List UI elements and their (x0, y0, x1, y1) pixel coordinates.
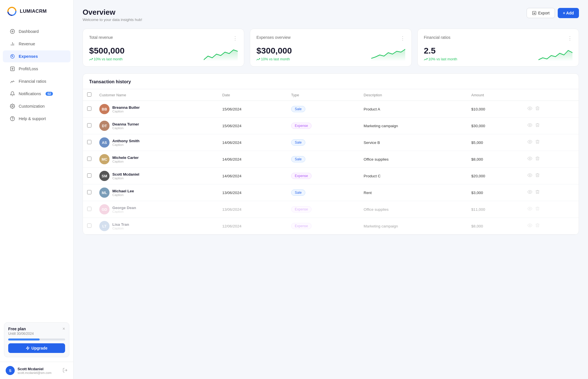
customer-caption: Caption (112, 193, 134, 197)
delete-button[interactable] (535, 139, 540, 146)
view-button[interactable] (527, 173, 532, 179)
sidebar-item-notifications[interactable]: Notifications 02 (3, 88, 70, 100)
customer-caption: Caption (112, 210, 136, 213)
logout-button[interactable] (63, 368, 68, 374)
customization-label: Customization (19, 104, 45, 108)
row-checkbox[interactable] (87, 157, 91, 161)
customer-name: Scott Mcdaniel (112, 172, 139, 176)
row-checkbox[interactable] (87, 107, 91, 111)
row-checkbox[interactable] (87, 190, 91, 194)
free-plan-progress-bar-fill (8, 338, 40, 340)
customer-caption: Caption (112, 110, 140, 113)
sidebar-item-help-support[interactable]: Help & support (3, 113, 70, 125)
avatar: AS (99, 137, 110, 148)
svg-point-7 (12, 56, 12, 56)
delete-button[interactable] (535, 190, 540, 196)
customization-icon (10, 103, 15, 109)
table-row: AS Anthony Smith Caption 14/06/2024 Sale… (83, 134, 579, 151)
view-button[interactable] (527, 190, 532, 196)
row-date: 14/06/2024 (218, 134, 287, 151)
view-button[interactable] (527, 139, 532, 146)
sidebar-item-customization[interactable]: Customization (3, 100, 70, 112)
delete-button[interactable] (535, 123, 540, 129)
free-plan-progress-bar-bg (8, 338, 65, 340)
sidebar-item-dashboard[interactable]: Dashboard (3, 25, 70, 37)
customer-name: Breanna Butler (112, 105, 140, 110)
customer-cell: ML Michael Lee Caption (99, 188, 214, 198)
delete-button[interactable] (535, 156, 540, 162)
help-support-label: Help & support (19, 116, 46, 121)
avatar: BB (99, 104, 110, 114)
col-customer-name: Customer Name (95, 89, 218, 101)
customer-name: George Dean (112, 206, 136, 210)
card-chart (204, 44, 238, 61)
row-amount: $3,000 (467, 184, 523, 201)
notifications-label: Notifications (19, 91, 41, 96)
card-menu-button[interactable]: ⋮ (233, 35, 238, 41)
sidebar-item-financial-ratios[interactable]: Financial ratios (3, 75, 70, 87)
notifications-icon (10, 91, 15, 97)
customer-cell: DT Deanna Turner Caption (99, 121, 214, 131)
svg-point-10 (10, 117, 15, 121)
row-amount: $20,000 (467, 168, 523, 184)
free-plan-title: Free plan (8, 327, 34, 331)
view-button[interactable] (527, 206, 532, 212)
dashboard-icon (10, 29, 15, 34)
card-value: 2.5 (424, 46, 457, 56)
row-date: 14/06/2024 (218, 151, 287, 168)
view-button[interactable] (527, 223, 532, 229)
select-all-checkbox[interactable] (87, 92, 91, 97)
card-menu-button[interactable]: ⋮ (400, 35, 405, 41)
notifications-badge: 02 (46, 92, 53, 96)
delete-button[interactable] (535, 106, 540, 112)
card-chart (538, 44, 572, 61)
user-row: S Scott Mcdaniel scott.mcdaniel@sm.com (0, 362, 73, 379)
card-menu-button[interactable]: ⋮ (567, 35, 572, 41)
row-description: Marketing campaign (360, 118, 467, 134)
svg-point-24 (529, 208, 530, 209)
logo-area: LUMIACRM (0, 0, 73, 23)
row-checkbox[interactable] (87, 207, 91, 211)
add-button[interactable]: + Add (558, 8, 579, 18)
free-plan-subtitle: Untill 30/06/2024 (8, 332, 34, 336)
transaction-history-title: Transaction history (83, 74, 579, 89)
view-button[interactable] (527, 156, 532, 162)
customer-caption: Caption (112, 227, 129, 230)
card-title: Financial ratios (424, 35, 450, 40)
card-trend: 10% vs last month (89, 57, 125, 61)
revenue-icon (10, 41, 15, 47)
row-description: Service B (360, 134, 467, 151)
view-button[interactable] (527, 123, 532, 129)
upgrade-button[interactable]: Upgrade (8, 343, 65, 353)
customer-name: Anthony Smith (112, 139, 140, 143)
export-icon (532, 11, 537, 15)
sidebar-item-revenue[interactable]: Revenue (3, 38, 70, 50)
help-support-icon (10, 116, 15, 122)
view-button[interactable] (527, 106, 532, 112)
delete-button[interactable] (535, 173, 540, 179)
row-description: Rent (360, 184, 467, 201)
free-plan-close-button[interactable]: × (63, 327, 65, 331)
type-badge: Expense (291, 123, 312, 129)
customer-cell: GD George Dean Caption (99, 204, 214, 214)
svg-point-19 (529, 124, 530, 125)
sidebar-item-expenses[interactable]: Expenses (3, 50, 70, 62)
delete-button[interactable] (535, 223, 540, 229)
card-value: $500,000 (89, 46, 125, 56)
delete-button[interactable] (535, 206, 540, 212)
col-amount: Amount (467, 89, 523, 101)
transaction-table: Customer Name Date Type Description Amou… (83, 89, 579, 235)
export-button[interactable]: Export (527, 8, 555, 18)
customer-caption: Caption (112, 143, 140, 146)
row-amount: $5,000 (467, 134, 523, 151)
row-checkbox[interactable] (87, 173, 91, 178)
row-amount: $10,000 (467, 101, 523, 118)
row-checkbox[interactable] (87, 123, 91, 127)
svg-marker-12 (26, 346, 29, 350)
svg-marker-16 (371, 49, 405, 61)
card-title: Expenses overview (256, 35, 291, 40)
add-label: + Add (563, 11, 574, 15)
row-checkbox[interactable] (87, 223, 91, 228)
row-checkbox[interactable] (87, 140, 91, 144)
sidebar-item-profit-loss[interactable]: Profit/Loss (3, 63, 70, 75)
